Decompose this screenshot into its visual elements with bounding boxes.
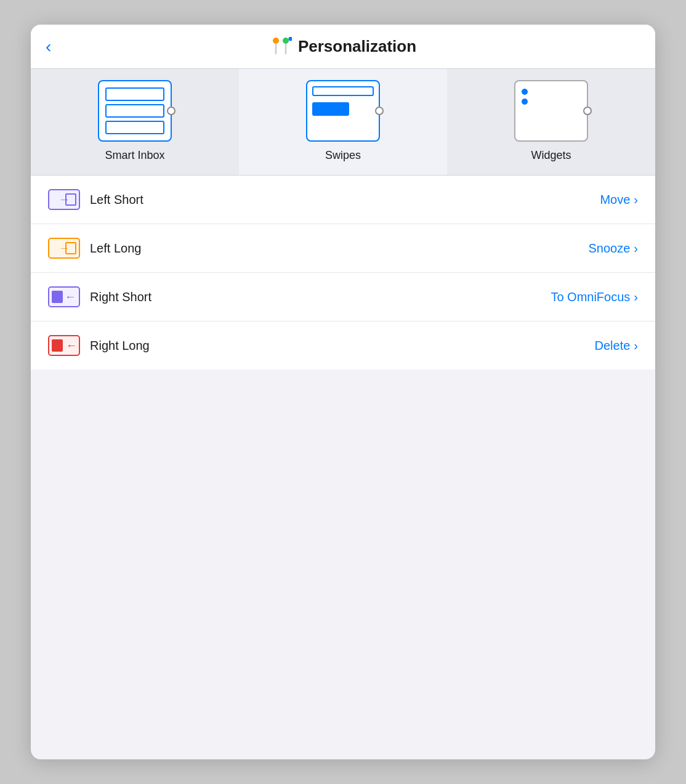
left-short-action: Move bbox=[600, 193, 630, 207]
widgets-knob bbox=[583, 107, 592, 115]
smart-inbox-icon bbox=[98, 80, 172, 142]
table-row[interactable]: Right Short To OmniFocus › bbox=[31, 273, 655, 321]
page-title: Personalization bbox=[298, 37, 416, 56]
left-long-label: Left Long bbox=[90, 241, 141, 256]
tab-smart-inbox-label: Smart Inbox bbox=[105, 149, 164, 162]
tab-swipes[interactable]: Swipes bbox=[239, 69, 447, 175]
swipe-row-left: Right Long bbox=[48, 335, 150, 356]
smart-inbox-row2 bbox=[105, 104, 164, 118]
svg-point-2 bbox=[288, 37, 292, 41]
header-title-group: Personalization bbox=[270, 37, 416, 57]
left-short-label: Left Short bbox=[90, 193, 143, 207]
swipe-row-right: Move › bbox=[600, 193, 638, 207]
app-container: ‹ Personalization bbox=[31, 25, 655, 759]
swipe-row-right: Delete › bbox=[595, 339, 638, 353]
svg-point-1 bbox=[283, 38, 289, 44]
left-long-icon bbox=[48, 238, 80, 259]
swipe-row-left: Right Short bbox=[48, 286, 151, 307]
swipe-list: Left Short Move › Left Long Snooze › bbox=[31, 176, 655, 370]
widgets-dot1 bbox=[522, 89, 528, 95]
chevron-right-icon: › bbox=[634, 339, 638, 353]
left-short-icon bbox=[48, 189, 80, 210]
right-long-icon bbox=[48, 335, 80, 356]
table-row[interactable]: Right Long Delete › bbox=[31, 321, 655, 370]
tab-widgets[interactable]: Widgets bbox=[447, 69, 655, 175]
table-row[interactable]: Left Long Snooze › bbox=[31, 224, 655, 273]
smart-inbox-knob bbox=[167, 107, 176, 115]
left-long-action: Snooze bbox=[588, 241, 630, 256]
svg-point-0 bbox=[273, 38, 279, 44]
swipe-row-left: Left Long bbox=[48, 238, 141, 259]
tabs-row: Smart Inbox Swipes Widgets bbox=[31, 69, 655, 176]
right-short-icon bbox=[48, 286, 80, 307]
swipes-blue-bar bbox=[312, 102, 349, 116]
swipes-knob bbox=[375, 107, 384, 115]
right-short-icon-rect bbox=[52, 291, 63, 303]
smart-inbox-row1 bbox=[105, 87, 164, 101]
left-long-icon-rect bbox=[65, 242, 76, 254]
right-short-label: Right Short bbox=[90, 290, 151, 304]
smart-inbox-row3 bbox=[105, 121, 164, 134]
chevron-right-icon: › bbox=[634, 193, 638, 207]
swipes-icon bbox=[306, 80, 380, 142]
chevron-right-icon: › bbox=[634, 290, 638, 304]
chevron-right-icon: › bbox=[634, 241, 638, 256]
rest-area bbox=[31, 370, 655, 677]
tab-widgets-label: Widgets bbox=[531, 149, 571, 162]
widgets-dot2 bbox=[522, 99, 528, 105]
swipe-row-right: Snooze › bbox=[588, 241, 638, 256]
right-long-label: Right Long bbox=[90, 339, 150, 353]
widgets-icon bbox=[514, 80, 588, 142]
tab-swipes-label: Swipes bbox=[325, 149, 361, 162]
personalization-icon bbox=[270, 37, 292, 57]
swipes-top-rect bbox=[312, 86, 374, 96]
swipe-row-left: Left Short bbox=[48, 189, 143, 210]
right-long-icon-rect bbox=[52, 339, 63, 352]
right-short-action: To OmniFocus bbox=[551, 290, 630, 304]
header: ‹ Personalization bbox=[31, 25, 655, 69]
right-long-action: Delete bbox=[595, 339, 631, 353]
table-row[interactable]: Left Short Move › bbox=[31, 176, 655, 224]
swipe-row-right: To OmniFocus › bbox=[551, 290, 638, 304]
back-button[interactable]: ‹ bbox=[46, 38, 51, 55]
tab-smart-inbox[interactable]: Smart Inbox bbox=[31, 69, 239, 175]
left-short-icon-rect bbox=[65, 193, 76, 206]
